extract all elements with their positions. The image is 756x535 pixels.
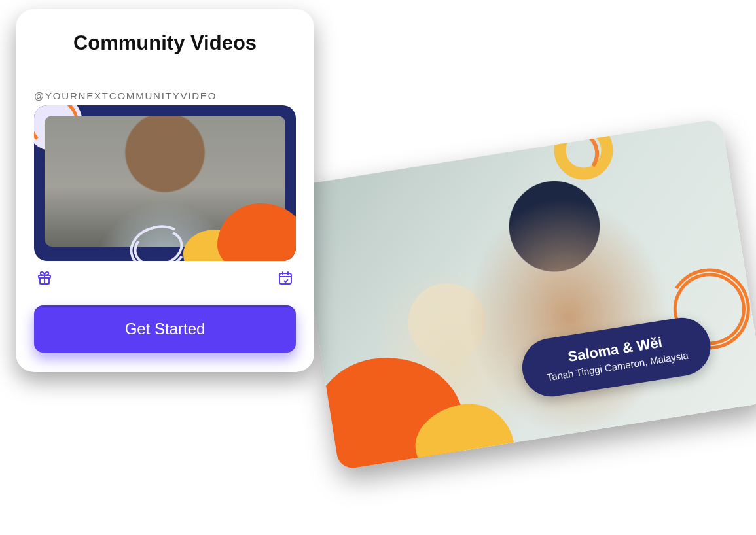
photo-caption: Saloma & Wěi Tanah Tinggi Cameron, Malay… [518,313,715,400]
video-thumbnail[interactable] [34,105,296,261]
get-started-button-label: Get Started [125,320,206,337]
social-handle: @YOURNEXTCOMMUNITYVIDEO [34,90,296,101]
get-started-button[interactable]: Get Started [34,305,296,353]
icon-row [34,270,296,288]
calendar-icon[interactable] [278,270,293,288]
card-title: Community Videos [34,31,296,55]
decoration-ring-yellow [550,118,617,184]
gift-icon[interactable] [37,270,52,288]
community-videos-card: Community Videos @YOURNEXTCOMMUNITYVIDEO [16,9,314,372]
photo-card: Saloma & Wěi Tanah Tinggi Cameron, Malay… [295,118,756,470]
